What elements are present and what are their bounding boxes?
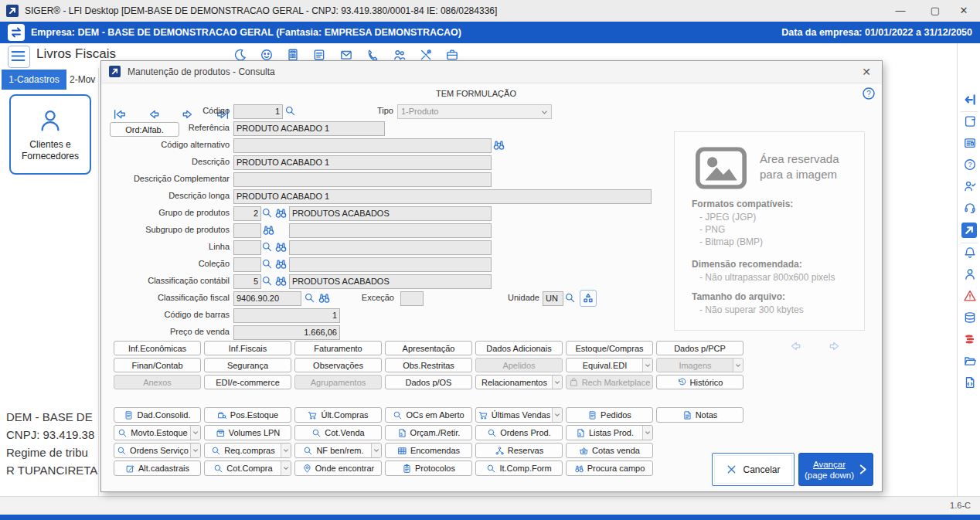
dropdown-toggle[interactable] [642,359,652,372]
maximize-button[interactable]: ▢ [924,2,947,19]
section-button-dados-pcp[interactable]: Dados p/PCP [656,341,744,355]
app-logo-strip-icon[interactable] [961,223,977,238]
grupo-binoculars-icon[interactable] [274,206,288,219]
grupo-search-icon[interactable] [261,207,273,219]
colecao-code-input[interactable] [233,257,261,272]
codigo-alternativo-input[interactable] [233,138,492,153]
shortcut-clientes-fornecedores[interactable]: Clientes e Fornecedores [9,94,91,175]
section-button-dados-adicionais[interactable]: Dados Adicionais [475,341,563,355]
subgrupo-binoculars-icon[interactable] [262,223,275,236]
action-pos-estoque[interactable]: Pos.Estoque [204,407,291,423]
section-button-inf-economicas[interactable]: Inf.Econômicas [114,341,201,355]
codigo-search-icon[interactable] [284,105,296,117]
close-button[interactable]: ✕ [952,2,975,19]
section-button-faturamento[interactable]: Faturamento [294,341,382,355]
colecao-binoculars-icon[interactable] [274,257,288,270]
section-button-historico[interactable]: Histórico [656,375,744,389]
action-dad-consolid[interactable]: Dad.Consolid. [114,407,201,423]
dropdown-toggle[interactable] [281,444,291,457]
file-code-icon[interactable] [963,376,977,389]
descricao-longa-input[interactable]: PRODUTO ACABADO 1 [233,189,652,204]
database-icon[interactable] [963,311,977,325]
unidade-input[interactable]: UN [543,291,563,306]
action-procura-campo[interactable]: Procura campo [566,461,653,476]
action-req-compras[interactable]: Req.compras [204,443,291,458]
dialog-close-icon[interactable]: ✕ [857,64,876,80]
tipo-select[interactable]: 1-Produto [397,104,552,119]
action-onde-encontrar[interactable]: Onde encontrar [294,461,382,476]
section-button-relacionamentos[interactable]: Relacionamentos [475,375,563,389]
dropdown-toggle[interactable] [190,444,200,457]
section-button-edi-ecommerce[interactable]: EDI/e-commerce [204,375,291,389]
cancel-button[interactable]: Cancelar [712,453,795,486]
action-protocolos[interactable]: Protocolos [385,461,472,476]
linha-code-input[interactable] [233,240,261,255]
section-button-inf-fiscais[interactable]: Inf.Fiscais [204,341,291,355]
classificacao-contabil-search-icon[interactable] [261,275,273,287]
script-icon[interactable] [963,114,977,128]
action-ultimas-vendas[interactable]: Últimas Vendas [475,407,563,423]
unidade-conversion-button[interactable] [580,290,597,307]
classificacao-contabil-binoculars-icon[interactable] [274,274,288,287]
dropdown-toggle[interactable] [552,376,562,389]
referencia-input[interactable]: PRODUTO ACABADO 1 [233,121,385,136]
dropdown-toggle[interactable] [371,444,381,457]
section-button-estoque-compras[interactable]: Estoque/Compras [566,341,653,355]
action-ult-compras[interactable]: Últ.Compras [294,407,382,423]
action-ordens-servico[interactable]: Ordens Serviço [114,443,201,458]
company-switch-icon[interactable] [8,24,25,41]
user-icon[interactable] [963,267,977,281]
classificacao-fiscal-input[interactable]: 9406.90.20 [233,291,301,306]
classificacao-contabil-code-input[interactable]: 5 [233,274,261,289]
alert-icon[interactable] [963,289,977,303]
dialog-titlebar[interactable]: Manutenção de produtos - Consulta ✕ [101,61,882,83]
news-icon[interactable] [963,136,977,150]
action-listas-prod[interactable]: Listas Prod. [566,425,653,440]
image-next-icon[interactable] [826,339,844,353]
minimize-button[interactable]: — [889,2,912,19]
section-button-finan-contab[interactable]: Finan/Contab [114,358,201,372]
dialog-help-icon[interactable] [861,86,876,101]
advance-button[interactable]: Avançar (page down) [798,453,873,486]
action-cot-compra[interactable]: Cot.Compra [204,461,291,476]
action-ocs-em-aberto[interactable]: OCs em Aberto [385,407,472,423]
preco-venda-input[interactable]: 1.666,06 [233,325,340,340]
section-button-dados-os[interactable]: Dados p/OS [385,375,472,389]
descricao-complementar-input[interactable] [233,172,492,187]
subgrupo-code-input[interactable] [233,223,261,238]
tab-cadastros[interactable]: 1-Cadastros [2,70,66,90]
action-encomendas[interactable]: Encomendas [385,443,472,458]
image-previous-icon[interactable] [786,339,804,353]
section-button-obs-restritas[interactable]: Obs.Restritas [385,358,472,372]
action-orcam-retir[interactable]: Orçam./Retir. [385,425,472,440]
folder-icon[interactable] [963,354,977,368]
action-reservas[interactable]: Reservas [475,443,563,458]
help-icon[interactable] [963,158,977,172]
action-nf-ben-rem[interactable]: NF ben/rem. [294,443,382,458]
linha-binoculars-icon[interactable] [274,240,288,253]
collapse-panel-icon[interactable] [963,93,977,107]
action-notas[interactable]: Notas [656,407,744,423]
action-ordens-prod[interactable]: Ordens Prod. [475,425,563,440]
colecao-search-icon[interactable] [261,258,273,270]
classificacao-fiscal-binoculars-icon[interactable] [318,291,331,304]
action-cot-venda[interactable]: Cot.Venda [294,425,382,440]
action-pedidos[interactable]: Pedidos [566,407,653,423]
dropdown-toggle[interactable] [190,426,200,440]
unidade-search-icon[interactable] [564,292,576,304]
codigo-input[interactable]: 1 [233,104,283,119]
section-button-apresentacao[interactable]: Apresentação [385,341,472,355]
user-check-icon[interactable] [963,179,977,193]
action-cotas-ven da[interactable]: Cotas venda [566,443,653,458]
action-movto-estoque[interactable]: Movto.Estoque [114,425,201,440]
headset-icon[interactable] [963,201,977,215]
action-volumes-lpn[interactable]: Volumes LPN [204,425,291,440]
classificacao-fiscal-search-icon[interactable] [304,292,315,304]
section-button-equival-edi[interactable]: Equival.EDI [566,358,653,372]
dropdown-toggle[interactable] [642,426,652,440]
excecao-input[interactable] [400,291,424,306]
codigo-barras-input[interactable]: 1 [233,308,340,323]
dropdown-toggle[interactable] [281,461,291,475]
action-alt-cadastrais[interactable]: Alt.cadastrais [114,461,201,476]
action-it-comp-form[interactable]: It.Comp.Form [475,461,563,476]
